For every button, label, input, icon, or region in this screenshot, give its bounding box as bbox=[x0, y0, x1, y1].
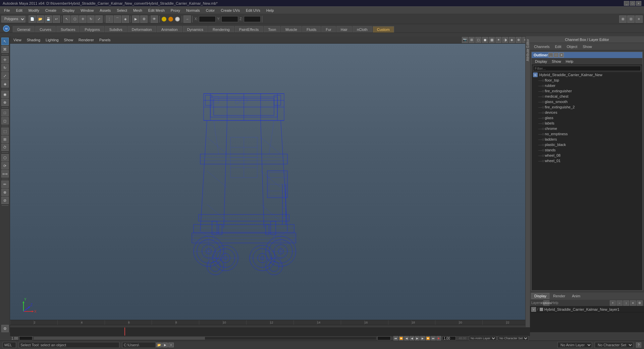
move-icon[interactable]: ✛ bbox=[1, 56, 9, 63]
next-key-btn[interactable]: ▶ bbox=[420, 336, 425, 341]
outliner-minimize-btn[interactable]: _ bbox=[548, 53, 553, 57]
menu-mesh[interactable]: Mesh bbox=[130, 8, 145, 13]
vp-smooth-icon[interactable]: ◼ bbox=[482, 37, 488, 43]
menu-normals[interactable]: Normals bbox=[183, 8, 203, 13]
outliner-item-wheel_01[interactable]: —o wheel_01 bbox=[532, 158, 642, 163]
menu-edit-mesh[interactable]: Edit Mesh bbox=[146, 8, 167, 13]
tab-toon[interactable]: Toon bbox=[264, 26, 280, 33]
play-fwd-btn[interactable]: ▶ bbox=[415, 336, 420, 341]
arrow-right-btn[interactable]: → bbox=[183, 15, 191, 23]
tab-general[interactable]: General bbox=[13, 26, 35, 33]
layer-vis-toggle[interactable]: V bbox=[531, 307, 536, 312]
ipr-btn[interactable]: ⚙ bbox=[140, 15, 148, 23]
ch-tab-show[interactable]: Show bbox=[580, 44, 595, 49]
layer-tab-anim[interactable]: Anim bbox=[569, 293, 583, 299]
outliner-maximize-btn[interactable]: □ bbox=[554, 53, 558, 57]
end-frame-input[interactable] bbox=[377, 336, 391, 340]
outliner-item-glass_smooth[interactable]: —o glass_smooth bbox=[532, 99, 642, 104]
layer-tab-render[interactable]: Render bbox=[550, 293, 568, 299]
outliner-item-fire_extinguishe_2[interactable]: —o fire_extinguishe_2 bbox=[532, 104, 642, 110]
go-end-btn[interactable]: ⏭ bbox=[431, 336, 436, 341]
tab-fur[interactable]: Fur bbox=[321, 26, 336, 33]
menu-modify[interactable]: Modify bbox=[26, 8, 42, 13]
snap-icon[interactable]: ⊞ bbox=[1, 136, 9, 143]
open-btn[interactable]: 📂 bbox=[37, 15, 44, 23]
close-btn[interactable]: × bbox=[636, 1, 641, 6]
render-region-icon[interactable]: ⬚ bbox=[1, 128, 9, 135]
layer-settings-btn[interactable]: ⚙ bbox=[637, 300, 643, 306]
layer-color-swatch[interactable] bbox=[540, 308, 543, 311]
vp-view-menu[interactable]: View bbox=[11, 37, 23, 43]
universal-manip-icon[interactable]: ◈ bbox=[1, 80, 9, 88]
rotate-btn[interactable]: ↻ bbox=[87, 15, 95, 23]
tab-custom[interactable]: Custom bbox=[373, 26, 394, 33]
menu-color[interactable]: Color bbox=[203, 8, 217, 13]
tab-hair[interactable]: Hair bbox=[336, 26, 352, 33]
menu-edit-uvs[interactable]: Edit UVs bbox=[243, 8, 263, 13]
outliner-item-ladders[interactable]: —o ladders bbox=[532, 137, 642, 142]
menu-window[interactable]: Window bbox=[78, 8, 96, 13]
history-icon[interactable]: ⏱ bbox=[1, 144, 9, 151]
outliner-item-floor_top[interactable]: —o floor_top bbox=[532, 78, 642, 83]
outliner-item-glass[interactable]: —o glass bbox=[532, 115, 642, 120]
vp-texture-icon[interactable]: ▦ bbox=[489, 37, 495, 43]
tab-fluids[interactable]: Fluids bbox=[302, 26, 321, 33]
ol-menu-show[interactable]: Show bbox=[550, 59, 563, 64]
paint-icon[interactable]: ✏ bbox=[1, 181, 9, 188]
layer-options-btn[interactable]: Options bbox=[543, 300, 549, 306]
hide-icon[interactable]: ◻ bbox=[1, 117, 9, 124]
vp-grid-icon[interactable]: ⊞ bbox=[469, 37, 475, 43]
prev-frame-btn[interactable]: ⏪ bbox=[399, 336, 404, 341]
outliner-item-Hybrid_Straddle_Carrier_Kalmar_New[interactable]: GHybrid_Straddle_Carrier_Kalmar_New bbox=[532, 72, 642, 78]
soft-mod-icon[interactable]: ◉ bbox=[1, 91, 9, 98]
move-btn[interactable]: ✛ bbox=[79, 15, 87, 23]
go-start-btn[interactable]: ⏮ bbox=[393, 336, 398, 341]
bottom-icon[interactable]: ⚙ bbox=[1, 325, 9, 332]
tab-subdivs[interactable]: Subdivs bbox=[105, 26, 127, 33]
layer-sort-btn[interactable]: ↕ bbox=[623, 300, 629, 306]
vp-panels-menu[interactable]: Panels bbox=[97, 37, 113, 43]
tab-animation[interactable]: Animation bbox=[157, 26, 182, 33]
start-frame-input[interactable] bbox=[19, 336, 33, 340]
char-set-dropdown[interactable]: No Character Set bbox=[498, 336, 529, 341]
select-tool-btn[interactable]: ↖ bbox=[63, 15, 70, 23]
wire-icon[interactable]: ⊗ bbox=[1, 189, 9, 196]
snap-curve-btn[interactable]: ⌒ bbox=[114, 15, 121, 23]
y-coord-input[interactable] bbox=[221, 16, 238, 22]
rt-btn1[interactable]: ⊞ bbox=[619, 15, 627, 23]
record-btn[interactable]: ⏺ bbox=[436, 336, 441, 341]
outliner-item-labels[interactable]: —o labels bbox=[532, 120, 642, 126]
ol-menu-help[interactable]: Help bbox=[564, 59, 576, 64]
outliner-item-stands[interactable]: —o stands bbox=[532, 147, 642, 153]
menu-select[interactable]: Select bbox=[114, 8, 130, 13]
outliner-item-devices[interactable]: —o devices bbox=[532, 110, 642, 115]
path-clear-btn[interactable]: × bbox=[168, 343, 174, 347]
tab-dynamics[interactable]: Dynamics bbox=[183, 26, 208, 33]
show-hide-btn[interactable]: 👁 bbox=[151, 15, 158, 23]
vp-wire-icon[interactable]: ◻ bbox=[475, 37, 481, 43]
sculpt-icon[interactable]: ⊘ bbox=[1, 197, 9, 204]
menu-assets[interactable]: Assets bbox=[97, 8, 113, 13]
maximize-btn[interactable]: □ bbox=[630, 1, 635, 6]
layer-menu-btn[interactable]: ≡ bbox=[630, 300, 636, 306]
menu-help[interactable]: Help bbox=[264, 8, 277, 13]
show-manip-icon[interactable]: ⊕ bbox=[1, 99, 9, 106]
vp-shading-menu[interactable]: Shading bbox=[25, 37, 42, 43]
menu-create-uvs[interactable]: Create UVs bbox=[218, 8, 243, 13]
minimize-btn[interactable]: _ bbox=[624, 1, 629, 6]
play-back-btn[interactable]: ◀ bbox=[410, 336, 414, 341]
snap-point-btn[interactable]: ◈ bbox=[122, 15, 129, 23]
rt-btn3[interactable]: ≡ bbox=[635, 15, 643, 23]
menu-file[interactable]: File bbox=[1, 8, 13, 13]
outliner-item-chrome[interactable]: —o chrome bbox=[532, 126, 642, 131]
rotate-icon[interactable]: ↻ bbox=[1, 64, 9, 71]
vp-cam-icon[interactable]: 📷 bbox=[462, 37, 468, 43]
menu-edit[interactable]: Edit bbox=[13, 8, 25, 13]
outliner-search-input[interactable] bbox=[533, 66, 641, 71]
viewport[interactable]: View Shading Lighting Show Renderer Pane… bbox=[10, 36, 530, 332]
rotate2-icon[interactable]: ⟳ bbox=[1, 162, 9, 169]
anim-layer-dropdown[interactable]: No Anim Layer bbox=[469, 336, 496, 341]
undo-btn[interactable]: ↩ bbox=[53, 15, 60, 23]
char-set-status-dropdown[interactable]: No Character Set bbox=[595, 342, 633, 348]
tab-ncloth[interactable]: nCloth bbox=[353, 26, 372, 33]
